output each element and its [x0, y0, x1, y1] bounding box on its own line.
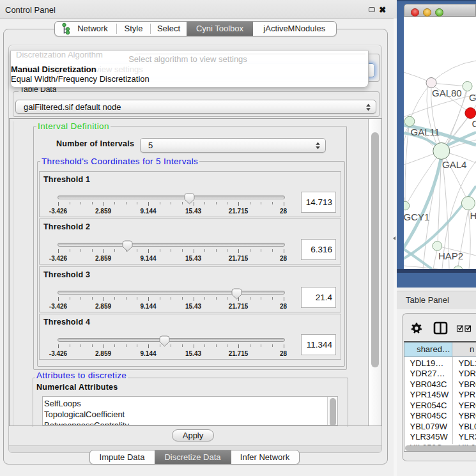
svg-text:GAL80: GAL80: [432, 88, 462, 98]
svg-text:GA: GA: [469, 92, 476, 103]
svg-text:GAL4: GAL4: [442, 159, 466, 170]
svg-text:HAP2: HAP2: [438, 250, 463, 261]
svg-text:GAL11: GAL11: [411, 127, 440, 137]
svg-text:H: H: [470, 210, 476, 221]
svg-text:C: C: [472, 118, 476, 129]
svg-text:GCY1: GCY1: [404, 211, 429, 222]
